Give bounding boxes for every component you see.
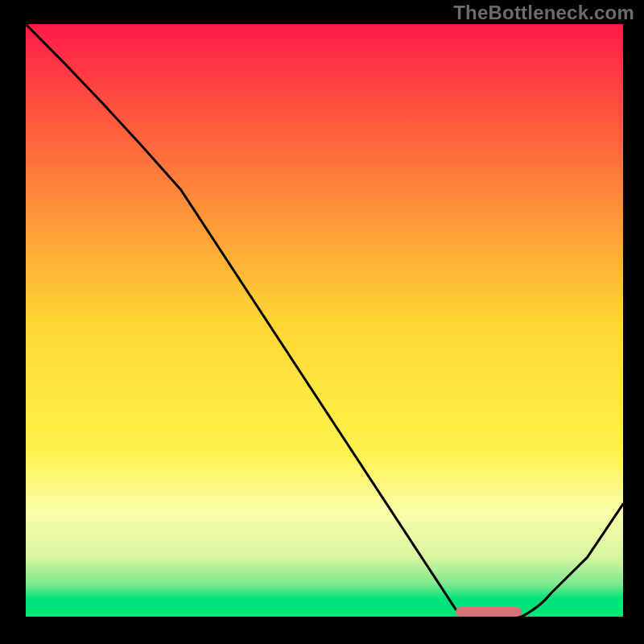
chart-container: TheBottleneck.com — [0, 0, 644, 644]
bottleneck-curve — [0, 0, 644, 644]
optimal-range-marker — [456, 607, 522, 617]
watermark-text: TheBottleneck.com — [453, 2, 634, 24]
